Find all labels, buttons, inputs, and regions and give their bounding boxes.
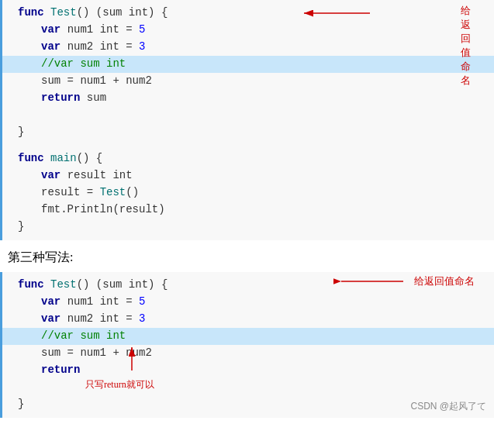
paren-3: () ( <box>77 277 103 294</box>
type-int-3b: int <box>100 294 119 311</box>
keyword-var-2: var <box>41 167 60 184</box>
var-result: result <box>67 167 106 184</box>
type-int-2: int <box>112 167 132 184</box>
result-assign: result = <box>41 184 100 202</box>
close-brace-3: } <box>18 396 24 413</box>
assign-sum: sum = num1 + num2 <box>41 73 152 90</box>
type-int-4: int <box>100 311 119 328</box>
code-line: var num1 int = 5 <box>2 22 494 39</box>
code-line: } <box>2 124 494 141</box>
code-editor-3: func Test() (sum int) { var num1 int = 5… <box>0 272 494 418</box>
close-brace: } <box>18 124 24 141</box>
code-line: result = Test() <box>2 184 494 202</box>
var-num1: num1 <box>67 22 94 39</box>
assign-sum-3: sum = num1 + num2 <box>41 345 152 362</box>
fmt-println: fmt.Println(result) <box>41 202 165 219</box>
keyword-var: var <box>41 39 60 56</box>
var-num2-3: num2 <box>67 311 94 328</box>
code-editor-2: func main() { var result int result = Te… <box>0 146 494 240</box>
code-block-3: func Test() (sum int) { var num1 int = 5… <box>0 272 494 418</box>
op-4: = <box>126 311 132 328</box>
code-line: return sum <box>2 90 494 107</box>
code-line: sum = num1 + num2 <box>2 345 494 362</box>
code-line: } <box>2 219 494 236</box>
code-editor-1: func Test() (sum int) { var num1 int = 5… <box>0 0 494 146</box>
page-container: func Test() (sum int) { var num1 int = 5… <box>0 0 494 418</box>
type-int: int <box>100 22 119 39</box>
keyword-var-4: var <box>41 311 60 328</box>
keyword-func-2: func <box>18 150 44 167</box>
comment: //var sum int <box>41 56 126 73</box>
var-num1-3: num1 <box>67 294 94 311</box>
keyword-var: var <box>41 22 60 39</box>
param-name: sum <box>102 5 122 22</box>
keyword-return-3: return <box>41 362 80 379</box>
var-num2: num2 <box>67 39 94 56</box>
type-int-3: int <box>129 277 148 294</box>
return-sum: sum <box>87 90 106 107</box>
num-3: 3 <box>139 39 145 56</box>
keyword-return: return <box>41 90 80 107</box>
code-block-1: func Test() (sum int) { var num1 int = 5… <box>0 0 494 146</box>
keyword-func: func <box>18 5 44 22</box>
watermark: CSDN @起风了て <box>410 400 486 413</box>
op-3: = <box>126 294 132 311</box>
num-5-3: 5 <box>139 294 145 311</box>
type-int: int <box>129 5 148 22</box>
func-name-3: Test <box>50 277 77 294</box>
paren-close-3: ) { <box>148 277 168 294</box>
paren-close: ) { <box>148 5 168 22</box>
op-assign: = <box>126 22 132 39</box>
keyword-var-3: var <box>41 294 60 311</box>
code-line-highlighted: //var sum int <box>2 56 494 73</box>
code-line-highlighted-3: //var sum int <box>2 328 494 345</box>
code-line: fmt.Println(result) <box>2 202 494 219</box>
close-brace-2: } <box>18 219 24 236</box>
code-line: func Test() (sum int) { <box>2 277 494 294</box>
call-paren: () <box>126 184 139 202</box>
code-line: func main() { <box>2 150 494 167</box>
func-name: Test <box>50 5 77 22</box>
num-5: 5 <box>139 22 145 39</box>
call-test: Test <box>100 184 126 202</box>
type-int: int <box>100 39 119 56</box>
code-line: var num2 int = 3 <box>2 311 494 328</box>
code-line: func Test() (sum int) { <box>2 5 494 22</box>
code-line <box>2 107 494 124</box>
param-sum-3: sum <box>102 277 122 294</box>
code-line: return <box>2 362 494 379</box>
code-line: var num1 int = 5 <box>2 294 494 311</box>
code-line: var result int <box>2 167 494 184</box>
func-main: main <box>50 150 77 167</box>
code-line: var num2 int = 3 <box>2 39 494 56</box>
paren: () ( <box>77 5 103 22</box>
keyword-func-3: func <box>18 277 44 294</box>
paren-main: () { <box>77 150 103 167</box>
section-heading: 第三种写法: <box>0 240 494 272</box>
op-assign: = <box>126 39 132 56</box>
code-line: sum = num1 + num2 <box>2 73 494 90</box>
code-line <box>2 379 494 396</box>
comment-3: //var sum int <box>41 328 126 345</box>
num-3-3: 3 <box>139 311 145 328</box>
